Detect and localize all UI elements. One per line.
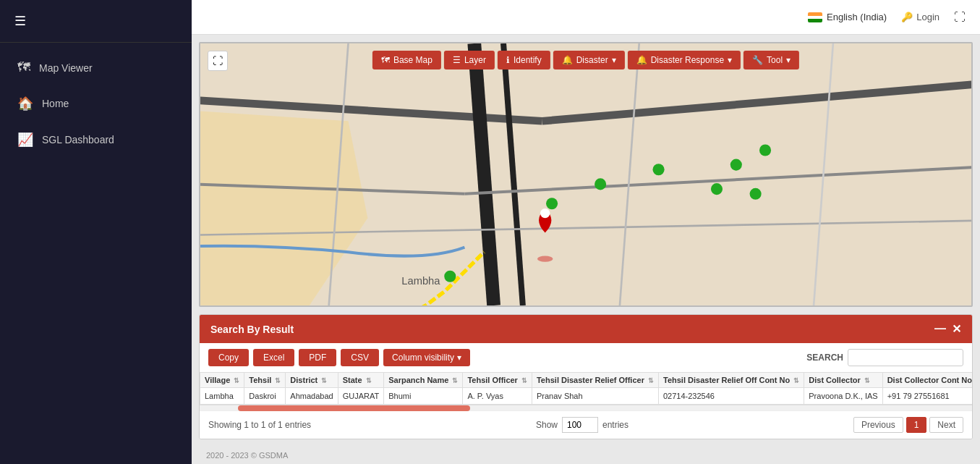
- col-sarpanch-name[interactable]: Sarpanch Name ⇅: [384, 373, 463, 388]
- col-tehsil-officer[interactable]: Tehsil Officer ⇅: [463, 373, 532, 388]
- close-button[interactable]: ✕: [952, 322, 961, 336]
- result-panel: Search By Result — ✕ Copy Excel PDF CSV …: [199, 314, 973, 439]
- login-icon: 🔑: [901, 12, 913, 22]
- sidebar-item-home-label: Home: [42, 98, 69, 109]
- result-toolbar: Copy Excel PDF CSV Column visibility ▾ S…: [200, 343, 972, 372]
- search-input[interactable]: [848, 349, 963, 366]
- disaster-response-icon: 🔔: [636, 55, 647, 65]
- table-row: Lambha Daskroi Ahmadabad GUJARAT Bhumi A…: [200, 388, 973, 405]
- svg-point-16: [546, 198, 558, 209]
- identify-button[interactable]: ℹ Identify: [498, 51, 550, 69]
- svg-point-24: [540, 208, 550, 218]
- main-content: English (India) 🔑 Login ⛶: [192, 0, 980, 464]
- login-button[interactable]: 🔑 Login: [901, 12, 939, 22]
- disaster-icon: 🔔: [562, 55, 573, 65]
- sidebar: ☰ 🗺 Map Viewer 🏠 Home 📈 SGL Dashboard: [0, 0, 192, 464]
- scrollbar-thumb[interactable]: [238, 405, 469, 411]
- map-container[interactable]: 3.5 km Lambha ⛶ 🗺: [199, 42, 973, 307]
- language-selector[interactable]: English (India): [808, 12, 887, 22]
- identify-icon: ℹ: [506, 55, 510, 65]
- cell-dist-collector-cont-no: +91 79 27551681: [882, 388, 972, 405]
- sidebar-header: ☰: [0, 0, 192, 43]
- csv-button[interactable]: CSV: [341, 349, 379, 366]
- map-toolbar: 🗺 Base Map ☰ Layer ℹ Identify 🔔 Disaster…: [372, 51, 799, 69]
- entries-input[interactable]: [562, 417, 598, 433]
- hamburger-icon[interactable]: ☰: [14, 13, 26, 29]
- col-tehsil[interactable]: Tehsil ⇅: [244, 373, 286, 388]
- map-viewer-icon: 🗺: [17, 60, 30, 75]
- layer-label: Layer: [464, 55, 486, 65]
- col-village[interactable]: Village ⇅: [200, 373, 244, 388]
- result-table: Village ⇅ Tehsil ⇅ District ⇅ State ⇅ Sa…: [200, 372, 972, 405]
- svg-point-18: [653, 164, 665, 175]
- sidebar-item-map-viewer[interactable]: 🗺 Map Viewer: [0, 50, 192, 85]
- cell-tehsil: Daskroi: [244, 388, 286, 405]
- col-district[interactable]: District ⇅: [286, 373, 338, 388]
- base-map-label: Base Map: [393, 55, 433, 65]
- base-map-icon: 🗺: [381, 55, 390, 65]
- sidebar-item-sgl-dashboard-label: SGL Dashboard: [42, 134, 114, 145]
- result-header: Search By Result — ✕: [200, 315, 972, 343]
- entries-label: entries: [602, 420, 629, 430]
- column-visibility-button[interactable]: Column visibility ▾: [383, 349, 470, 366]
- sgl-dashboard-icon: 📈: [17, 132, 33, 148]
- identify-label: Identify: [514, 55, 542, 65]
- page-footer: 2020 - 2023 © GSDMA: [192, 447, 980, 464]
- disaster-response-button[interactable]: 🔔 Disaster Response ▾: [628, 51, 741, 69]
- excel-button[interactable]: Excel: [253, 349, 294, 366]
- base-map-button[interactable]: 🗺 Base Map: [372, 51, 441, 69]
- tool-icon: 🔧: [752, 55, 763, 65]
- col-state[interactable]: State ⇅: [338, 373, 384, 388]
- svg-point-20: [730, 159, 742, 171]
- cell-district: Ahmadabad: [286, 388, 338, 405]
- copy-button[interactable]: Copy: [208, 349, 249, 366]
- fullscreen-button[interactable]: ⛶: [208, 51, 228, 71]
- cell-state: GUJARAT: [338, 388, 384, 405]
- col-dist-collector-cont-no[interactable]: Dist Collector Cont No ⇅: [882, 373, 972, 388]
- horizontal-scrollbar[interactable]: [200, 405, 972, 410]
- topbar: English (India) 🔑 Login ⛶: [192, 0, 980, 35]
- svg-point-21: [750, 188, 762, 200]
- tool-dropdown-icon: ▾: [786, 55, 791, 65]
- page-1-button[interactable]: 1: [906, 417, 927, 433]
- result-title: Search By Result: [210, 324, 294, 335]
- disaster-response-label: Disaster Response: [651, 55, 724, 65]
- disaster-response-dropdown-icon: ▾: [728, 55, 732, 65]
- sidebar-item-map-viewer-label: Map Viewer: [39, 62, 93, 74]
- disaster-dropdown-icon: ▾: [612, 55, 616, 65]
- layer-icon: ☰: [453, 55, 461, 65]
- previous-button[interactable]: Previous: [853, 417, 903, 433]
- column-visibility-dropdown-icon: ▾: [457, 353, 461, 363]
- svg-point-17: [595, 178, 606, 190]
- disaster-button[interactable]: 🔔 Disaster ▾: [553, 51, 625, 69]
- pdf-button[interactable]: PDF: [299, 349, 336, 366]
- svg-point-15: [444, 271, 456, 282]
- cell-dist-collector: Pravoona D.K., IAS: [804, 388, 882, 405]
- column-visibility-label: Column visibility: [392, 353, 454, 363]
- minimize-button[interactable]: —: [934, 322, 946, 336]
- next-button[interactable]: Next: [929, 417, 963, 433]
- layer-button[interactable]: ☰ Layer: [444, 51, 495, 69]
- svg-point-22: [759, 144, 771, 156]
- svg-point-23: [537, 256, 553, 262]
- search-label: SEARCH: [806, 353, 843, 363]
- pagination: Previous 1 Next: [853, 417, 963, 433]
- show-entries: Show entries: [536, 417, 629, 433]
- language-label: English (India): [827, 12, 887, 22]
- col-dist-collector[interactable]: Dist Collector ⇅: [804, 373, 882, 388]
- cell-tehsil-disaster-relief-officer: Pranav Shah: [532, 388, 658, 405]
- tool-button[interactable]: 🔧 Tool ▾: [743, 51, 799, 69]
- show-label: Show: [536, 420, 558, 430]
- col-tehsil-disaster-relief-off-cont-no[interactable]: Tehsil Disaster Relief Off Cont No ⇅: [659, 373, 804, 388]
- sidebar-item-sgl-dashboard[interactable]: 📈 SGL Dashboard: [0, 122, 192, 158]
- col-tehsil-disaster-relief-officer[interactable]: Tehsil Disaster Relief Officer ⇅: [532, 373, 658, 388]
- home-icon: 🏠: [17, 96, 33, 111]
- cell-tehsil-disaster-relief-off-cont-no: 02714-232546: [659, 388, 804, 405]
- expand-icon[interactable]: ⛶: [954, 11, 966, 24]
- disaster-label: Disaster: [576, 55, 608, 65]
- sidebar-item-home[interactable]: 🏠 Home: [0, 85, 192, 122]
- showing-entries: Showing 1 to 1 of 1 entries: [208, 420, 311, 430]
- cell-sarpanch-name: Bhumi: [384, 388, 463, 405]
- sidebar-nav: 🗺 Map Viewer 🏠 Home 📈 SGL Dashboard: [0, 43, 192, 464]
- cell-village: Lambha: [200, 388, 244, 405]
